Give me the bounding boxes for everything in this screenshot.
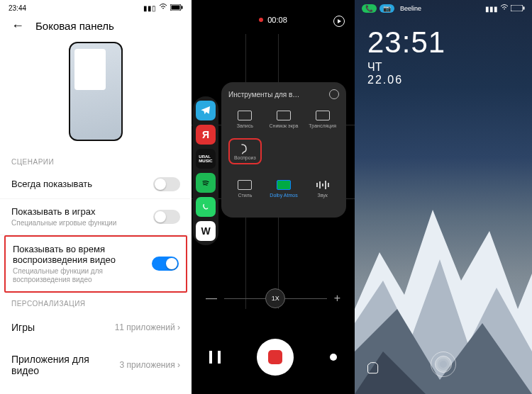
- battery-icon: [511, 5, 525, 13]
- status-bar: 📞 📷 Beeline ▮▮▮: [355, 0, 532, 13]
- zoom-plus[interactable]: +: [334, 292, 340, 305]
- app-telegram[interactable]: [196, 101, 216, 120]
- gear-icon[interactable]: [329, 89, 339, 99]
- panel-title: Инструменты для в…: [228, 91, 299, 98]
- tool-cast[interactable]: Трансляция: [306, 106, 339, 133]
- row-show-during-video[interactable]: Показывать во время воспроизведения виде…: [4, 235, 187, 293]
- lock-day: ЧТ: [367, 61, 519, 74]
- section-scenarios: СЦЕНАРИИ: [0, 151, 192, 170]
- app-spotify[interactable]: [196, 173, 216, 193]
- camcorder-icon: [238, 111, 252, 120]
- style-icon: [238, 180, 252, 190]
- app-wikipedia[interactable]: W: [196, 221, 216, 241]
- recording-time: 00:08: [267, 16, 287, 24]
- fingerprint-icon[interactable]: [431, 351, 456, 377]
- row-label: Показывать во время воспроизведения виде…: [13, 244, 133, 266]
- tool-label: Звук: [318, 193, 328, 198]
- phone-mockup-icon: [69, 42, 123, 141]
- back-icon[interactable]: ←: [11, 18, 24, 33]
- equalizer-icon: [316, 180, 330, 190]
- tool-screenshot[interactable]: Снимок экра: [267, 106, 301, 133]
- link-label: Приложения для видео: [11, 354, 120, 378]
- screenshot-icon: [277, 111, 291, 120]
- record-shutter-button[interactable]: [257, 339, 294, 376]
- row-label: Показывать в играх: [11, 206, 116, 218]
- pause-button[interactable]: [209, 351, 221, 364]
- camera-bottom-bar: [192, 339, 355, 376]
- status-icons: ▮▮▮: [485, 4, 525, 13]
- header: ← Боковая панель: [0, 13, 192, 38]
- camera-shortcut-icon[interactable]: [366, 361, 380, 376]
- zoom-slider[interactable]: — 1X +: [206, 292, 340, 305]
- settings-screen: 23:44 ▮▮▯ ← Боковая панель СЦЕНАРИИ Всег…: [0, 0, 192, 394]
- camera-screen: 00:08 Я URALMUSIC W Инструменты для в… З…: [192, 0, 355, 394]
- link-video-apps[interactable]: Приложения для видео 3 приложения ›: [0, 344, 192, 388]
- lock-time: 23:51: [367, 26, 519, 60]
- signal-icon: ▮▮▮: [485, 5, 498, 13]
- mode-dot[interactable]: [330, 354, 337, 361]
- row-sub: Специальные функции для воспроизведения …: [13, 267, 133, 284]
- call-icon: 📞: [362, 4, 377, 13]
- status-pill: 📞 📷 Beeline: [362, 4, 425, 13]
- row-show-in-games[interactable]: Показывать в играх Специальные игровые ф…: [0, 199, 192, 235]
- toggle-always-show[interactable]: [153, 177, 180, 191]
- page-title: Боковая панель: [35, 20, 114, 32]
- app-yandex[interactable]: Я: [196, 125, 216, 145]
- status-bar: 23:44 ▮▮▯: [0, 0, 192, 13]
- tool-label: Стиль: [238, 193, 252, 198]
- tool-style[interactable]: Стиль: [228, 176, 262, 202]
- zoom-knob[interactable]: 1X: [265, 288, 285, 308]
- chevron-right-icon: ›: [177, 360, 180, 370]
- tool-label: Запись: [237, 123, 253, 128]
- svg-point-4: [201, 202, 210, 211]
- section-personalization: ПЕРСОНАЛИЗАЦИЯ: [0, 293, 192, 312]
- tool-label: Снимок экра: [270, 123, 299, 128]
- tool-label: Dolby Atmos: [270, 193, 297, 198]
- tool-label: Воспроиз: [234, 155, 256, 160]
- tool-play-audio[interactable]: Воспроиз: [228, 138, 262, 164]
- svg-rect-2: [182, 6, 183, 9]
- app-ural-music[interactable]: URALMUSIC: [196, 149, 216, 169]
- tool-record[interactable]: Запись: [228, 106, 262, 133]
- toggle-show-in-games[interactable]: [153, 210, 180, 224]
- playback-button[interactable]: [333, 16, 345, 27]
- status-icons: ▮▮▯: [143, 4, 183, 12]
- zoom-track[interactable]: 1X: [224, 298, 327, 299]
- record-dot-icon: [259, 18, 263, 22]
- ear-icon: [238, 142, 252, 152]
- video-tools-panel: Инструменты для в… Запись Снимок экра Тр…: [221, 82, 346, 218]
- wifi-icon: [159, 4, 167, 12]
- sidebar-apps: Я URALMUSIC W: [193, 96, 218, 245]
- dolby-icon: [277, 180, 291, 190]
- row-always-show[interactable]: Всегда показывать: [0, 170, 192, 199]
- tool-label: Трансляция: [309, 123, 336, 128]
- record-indicator-icon: 📷: [379, 4, 394, 13]
- wifi-icon: [500, 4, 509, 13]
- row-sub: Специальные игровые функции: [11, 219, 116, 227]
- recording-bar: 00:08: [192, 0, 355, 30]
- preview-area: [0, 38, 192, 151]
- svg-rect-5: [511, 5, 523, 11]
- zoom-value: 1X: [272, 295, 279, 302]
- svg-rect-1: [172, 5, 180, 9]
- row-label: Всегда показывать: [11, 179, 92, 190]
- svg-rect-6: [523, 7, 525, 10]
- link-label: Игры: [11, 322, 35, 334]
- cast-icon: [316, 111, 330, 120]
- tool-dolby[interactable]: Dolby Atmos: [267, 176, 301, 202]
- app-whatsapp[interactable]: [196, 197, 216, 217]
- lock-date: 22.06: [367, 74, 519, 86]
- status-time: 23:44: [9, 4, 26, 12]
- battery-icon: [170, 4, 183, 12]
- tool-sound[interactable]: Звук: [306, 176, 339, 202]
- link-value: 3 приложения: [120, 360, 175, 370]
- carrier-name: Beeline: [397, 4, 425, 13]
- link-value: 11 приложений: [115, 322, 175, 332]
- toggle-show-during-video[interactable]: [152, 257, 179, 271]
- signal-icon: ▮▮▯: [143, 4, 156, 12]
- zoom-minus[interactable]: —: [206, 292, 217, 305]
- lock-screen: 📞 📷 Beeline ▮▮▮ 23:51 ЧТ 22.06: [355, 0, 532, 394]
- link-games[interactable]: Игры 11 приложений ›: [0, 312, 192, 344]
- chevron-right-icon: ›: [177, 322, 180, 332]
- lock-clock: 23:51 ЧТ 22.06: [355, 13, 532, 86]
